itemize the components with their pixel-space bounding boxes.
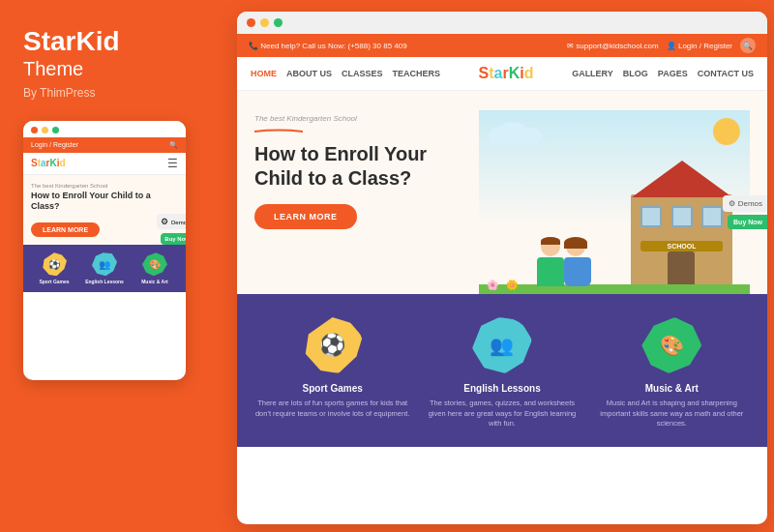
music-icon: 🎨 [660,334,684,357]
nav-pages[interactable]: PAGES [658,69,688,78]
mobile-english-label: English Lessons [85,279,124,284]
nav-links-right: GALLERY BLOG PAGES CONTACT US [572,69,754,78]
music-desc: Music and Art is shaping and sharpening … [594,399,750,429]
nav-contact[interactable]: CONTACT US [698,69,754,78]
hero-badge: The best Kindergarten School [254,114,427,123]
mobile-hero-title: How to Enroll Your Child to a Class? [31,191,178,213]
window-3 [701,206,723,227]
english-icon: 👥 [490,334,514,357]
mobile-logo: StarKid [31,158,66,168]
buy-badge[interactable]: Buy Now [728,215,767,229]
nav-gallery[interactable]: GALLERY [572,69,613,78]
grass [479,284,750,294]
mobile-nav: StarKid ☰ [23,153,186,175]
main-panel: 📞 Need help? Call us Now: (+588) 30 85 4… [237,12,767,524]
english-icon-blob: 👥 [472,317,532,373]
sport-name: Sport Games [303,383,363,394]
dot-green [52,127,59,133]
mobile-hero-badge: The best Kindergarten School [31,183,178,189]
browser-chrome [237,12,767,34]
site-topbar: 📞 Need help? Call us Now: (+588) 30 85 4… [237,34,767,57]
kid-boy-hair [541,237,560,245]
school-sign: SCHOOL [640,241,723,251]
browser-dot-red [247,18,255,27]
hero-learn-more-button[interactable]: LEARN MORE [254,204,357,229]
login-link[interactable]: 👤 Login / Register [667,42,732,50]
building-body: SCHOOL [631,194,732,286]
feature-music: 🎨 Music & Art Music and Art is shaping a… [594,317,750,429]
email-info: ✉ support@kidschool.com [567,42,659,50]
buy-label: Buy Now [733,219,762,225]
mobile-login: Login / Register [31,141,78,148]
cloud-1-puff [498,122,527,141]
mobile-gear-label: Demos [171,220,186,225]
kid-girl-hair [564,237,587,249]
window-1 [640,206,662,227]
gear-icon: ⚙ [729,199,735,208]
phone-info: 📞 Need help? Call us Now: (+588) 30 85 4… [249,42,407,50]
left-panel: StarKid Theme By ThimPress Login / Regis… [0,0,240,532]
sport-desc: There are lots of fun sports games for k… [254,399,410,419]
mobile-gear-btn[interactable]: ⚙ Demos [157,214,186,229]
site-nav: HOME ABOUT US CLASSES TEACHERS StarKid G… [237,57,767,91]
feature-sport: ⚽ Sport Games There are lots of fun spor… [254,317,410,429]
nav-about[interactable]: ABOUT US [286,69,332,78]
site-logo[interactable]: StarKid [479,65,534,82]
kid-boy-body [537,257,564,286]
window-2 [671,206,693,227]
site-hero: The best Kindergarten School How to Enro… [237,91,767,294]
kid-boy [537,237,564,286]
music-icon-blob: 🎨 [641,317,701,373]
demo-label: Demos [738,199,762,208]
music-name: Music & Art [645,383,699,394]
hero-text: The best Kindergarten School How to Enro… [254,110,427,229]
features-section: ⚽ Sport Games There are lots of fun spor… [237,294,767,447]
mobile-english-icon: 👥 [92,252,117,276]
sport-icon: ⚽ [319,333,345,358]
brand-logo: StarKid Theme By ThimPress [23,27,217,100]
nav-home[interactable]: HOME [251,69,277,78]
brand-title: StarKid [23,27,217,57]
building-roof [632,161,732,197]
kid-girl [564,237,591,286]
mobile-preview: Login / Register 🔍 StarKid ☰ The best Ki… [23,121,186,380]
mobile-music-icon: 🎨 [142,252,167,276]
nav-classes[interactable]: CLASSES [342,69,383,78]
hero-title: How to Enroll YourChild to a Class? [254,142,427,191]
flower-1: 🌸 [487,280,498,290]
mobile-learn-more-button[interactable]: LEARN MORE [31,222,100,237]
mobile-music-label: Music & Art [141,279,168,284]
topbar-right: ✉ support@kidschool.com 👤 Login / Regist… [567,38,756,53]
demo-badge[interactable]: ⚙ Demos [723,195,767,212]
nav-blog[interactable]: BLOG [623,69,648,78]
search-icon[interactable]: 🔍 [740,38,756,53]
nav-links-left: HOME ABOUT US CLASSES TEACHERS [251,69,440,78]
mobile-sport-label: Sport Games [39,279,69,284]
brand-subtitle: Theme [23,57,217,80]
english-desc: The stories, games, quizzes, and workshe… [424,399,580,429]
sun [713,118,740,145]
kid-girl-body [564,257,591,286]
mobile-sport-icon: ⚽ [42,252,67,276]
mobile-buy-btn[interactable]: Buy Now [161,233,186,245]
english-name: English Lessons [463,383,540,394]
browser-dot-green [274,18,283,27]
mobile-browser-dots [23,121,186,137]
feature-english: 👥 English Lessons The stories, games, qu… [424,317,580,429]
browser-dot-yellow [260,18,269,27]
dot-red [31,127,38,133]
hero-underline [254,129,303,134]
hero-illustration: SCHOOL 🌸 🌼 [479,110,750,294]
hamburger-icon[interactable]: ☰ [167,157,178,170]
nav-teachers[interactable]: TEACHERS [393,69,441,78]
mobile-hero: The best Kindergarten School How to Enro… [23,175,186,245]
flower-2: 🌼 [506,280,518,290]
sport-icon-blob: ⚽ [303,317,363,373]
mobile-search-icon[interactable]: 🔍 [169,141,178,149]
brand-by: By ThimPress [23,86,217,100]
mobile-topbar: Login / Register 🔍 [23,137,186,153]
building-door [668,251,695,286]
topbar-left: 📞 Need help? Call us Now: (+588) 30 85 4… [249,42,407,50]
dot-yellow [42,127,48,133]
